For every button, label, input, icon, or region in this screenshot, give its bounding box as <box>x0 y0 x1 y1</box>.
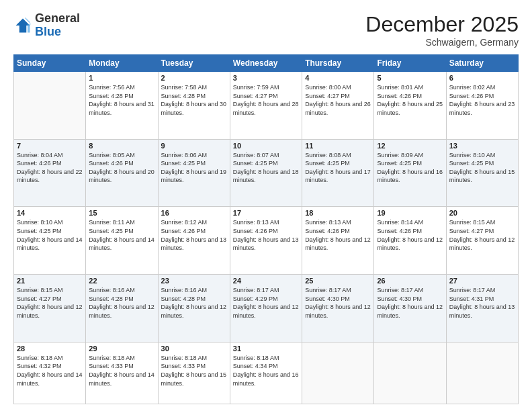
table-row: 16Sunrise: 8:12 AMSunset: 4:26 PMDayligh… <box>158 207 230 275</box>
table-row: 25Sunrise: 8:17 AMSunset: 4:30 PMDayligh… <box>302 275 374 342</box>
table-row: 15Sunrise: 8:11 AMSunset: 4:25 PMDayligh… <box>86 207 158 275</box>
day-number: 6 <box>449 74 515 82</box>
day-number: 16 <box>161 209 227 217</box>
table-row: 27Sunrise: 8:17 AMSunset: 4:31 PMDayligh… <box>446 275 518 342</box>
day-info: Sunrise: 8:17 AMSunset: 4:30 PMDaylight:… <box>305 286 371 320</box>
table-row: 5Sunrise: 8:01 AMSunset: 4:26 PMDaylight… <box>374 72 446 140</box>
day-info: Sunrise: 8:01 AMSunset: 4:26 PMDaylight:… <box>377 83 443 117</box>
day-info: Sunrise: 8:09 AMSunset: 4:25 PMDaylight:… <box>377 151 443 185</box>
table-row: 29Sunrise: 8:18 AMSunset: 4:33 PMDayligh… <box>86 342 158 404</box>
col-wednesday: Wednesday <box>230 55 302 72</box>
location: Schwaigern, Germany <box>365 37 519 48</box>
day-number: 15 <box>89 209 154 217</box>
table-row: 28Sunrise: 8:18 AMSunset: 4:32 PMDayligh… <box>14 342 86 404</box>
day-number: 19 <box>377 209 443 217</box>
day-number: 17 <box>233 209 299 217</box>
day-info: Sunrise: 8:05 AMSunset: 4:26 PMDaylight:… <box>89 151 154 185</box>
table-row: 2Sunrise: 7:58 AMSunset: 4:28 PMDaylight… <box>158 72 230 140</box>
table-row: 3Sunrise: 7:59 AMSunset: 4:27 PMDaylight… <box>230 72 302 140</box>
logo-blue: Blue <box>35 25 61 38</box>
table-row <box>446 342 518 404</box>
day-number: 28 <box>17 345 83 353</box>
day-number: 23 <box>161 277 227 285</box>
table-row: 12Sunrise: 8:09 AMSunset: 4:25 PMDayligh… <box>374 139 446 207</box>
day-number: 26 <box>377 277 443 285</box>
day-info: Sunrise: 8:04 AMSunset: 4:26 PMDaylight:… <box>17 151 83 185</box>
day-info: Sunrise: 8:18 AMSunset: 4:32 PMDaylight:… <box>17 354 83 387</box>
day-number: 14 <box>17 209 83 217</box>
day-number: 11 <box>305 142 371 150</box>
day-info: Sunrise: 8:10 AMSunset: 4:25 PMDaylight:… <box>449 151 515 185</box>
day-info: Sunrise: 8:15 AMSunset: 4:27 PMDaylight:… <box>17 286 83 320</box>
day-info: Sunrise: 8:18 AMSunset: 4:33 PMDaylight:… <box>161 354 227 387</box>
day-info: Sunrise: 8:18 AMSunset: 4:33 PMDaylight:… <box>89 354 154 387</box>
day-info: Sunrise: 8:00 AMSunset: 4:27 PMDaylight:… <box>305 83 371 117</box>
table-row: 24Sunrise: 8:17 AMSunset: 4:29 PMDayligh… <box>230 275 302 342</box>
col-friday: Friday <box>374 55 446 72</box>
table-row: 11Sunrise: 8:08 AMSunset: 4:25 PMDayligh… <box>302 139 374 207</box>
day-number: 24 <box>233 277 299 285</box>
table-row <box>14 72 86 140</box>
month-title: December 2025 <box>365 12 519 37</box>
day-info: Sunrise: 8:11 AMSunset: 4:25 PMDaylight:… <box>89 218 154 252</box>
day-number: 5 <box>377 74 443 82</box>
day-info: Sunrise: 7:59 AMSunset: 4:27 PMDaylight:… <box>233 83 299 117</box>
day-number: 4 <box>305 74 371 82</box>
table-row: 26Sunrise: 8:17 AMSunset: 4:30 PMDayligh… <box>374 275 446 342</box>
table-row: 7Sunrise: 8:04 AMSunset: 4:26 PMDaylight… <box>14 139 86 207</box>
day-info: Sunrise: 8:02 AMSunset: 4:26 PMDaylight:… <box>449 83 515 117</box>
day-info: Sunrise: 8:13 AMSunset: 4:26 PMDaylight:… <box>305 218 371 252</box>
logo-icon <box>13 16 32 35</box>
day-info: Sunrise: 8:12 AMSunset: 4:26 PMDaylight:… <box>161 218 227 252</box>
table-row: 21Sunrise: 8:15 AMSunset: 4:27 PMDayligh… <box>14 275 86 342</box>
calendar-week-row: 14Sunrise: 8:10 AMSunset: 4:25 PMDayligh… <box>14 207 519 275</box>
calendar-week-row: 28Sunrise: 8:18 AMSunset: 4:32 PMDayligh… <box>14 342 519 404</box>
table-row: 23Sunrise: 8:16 AMSunset: 4:28 PMDayligh… <box>158 275 230 342</box>
table-row: 31Sunrise: 8:18 AMSunset: 4:34 PMDayligh… <box>230 342 302 404</box>
day-info: Sunrise: 8:18 AMSunset: 4:34 PMDaylight:… <box>233 354 299 387</box>
header: General Blue December 2025 Schwaigern, G… <box>13 12 519 48</box>
day-number: 3 <box>233 74 299 82</box>
day-info: Sunrise: 8:06 AMSunset: 4:25 PMDaylight:… <box>161 151 227 185</box>
day-info: Sunrise: 8:13 AMSunset: 4:26 PMDaylight:… <box>233 218 299 252</box>
day-number: 21 <box>17 277 83 285</box>
table-row: 20Sunrise: 8:15 AMSunset: 4:27 PMDayligh… <box>446 207 518 275</box>
day-info: Sunrise: 8:16 AMSunset: 4:28 PMDaylight:… <box>89 286 154 320</box>
table-row: 8Sunrise: 8:05 AMSunset: 4:26 PMDaylight… <box>86 139 158 207</box>
day-number: 27 <box>449 277 515 285</box>
day-number: 31 <box>233 345 299 353</box>
day-number: 22 <box>89 277 154 285</box>
day-number: 30 <box>161 345 227 353</box>
table-row: 30Sunrise: 8:18 AMSunset: 4:33 PMDayligh… <box>158 342 230 404</box>
table-row: 18Sunrise: 8:13 AMSunset: 4:26 PMDayligh… <box>302 207 374 275</box>
day-number: 2 <box>161 74 227 82</box>
day-number: 12 <box>377 142 443 150</box>
col-tuesday: Tuesday <box>158 55 230 72</box>
day-info: Sunrise: 8:10 AMSunset: 4:25 PMDaylight:… <box>17 218 83 252</box>
day-number: 1 <box>89 74 154 82</box>
day-number: 25 <box>305 277 371 285</box>
table-row: 4Sunrise: 8:00 AMSunset: 4:27 PMDaylight… <box>302 72 374 140</box>
table-row: 1Sunrise: 7:56 AMSunset: 4:28 PMDaylight… <box>86 72 158 140</box>
calendar-header-row: Sunday Monday Tuesday Wednesday Thursday… <box>14 55 519 72</box>
title-block: December 2025 Schwaigern, Germany <box>365 12 519 48</box>
day-info: Sunrise: 8:08 AMSunset: 4:25 PMDaylight:… <box>305 151 371 185</box>
day-info: Sunrise: 7:58 AMSunset: 4:28 PMDaylight:… <box>161 83 227 117</box>
table-row: 10Sunrise: 8:07 AMSunset: 4:25 PMDayligh… <box>230 139 302 207</box>
day-info: Sunrise: 8:07 AMSunset: 4:25 PMDaylight:… <box>233 151 299 185</box>
logo: General Blue <box>13 12 80 39</box>
logo-text: General Blue <box>35 12 80 39</box>
table-row: 17Sunrise: 8:13 AMSunset: 4:26 PMDayligh… <box>230 207 302 275</box>
day-info: Sunrise: 8:17 AMSunset: 4:31 PMDaylight:… <box>449 286 515 320</box>
table-row <box>302 342 374 404</box>
day-number: 8 <box>89 142 154 150</box>
calendar-table: Sunday Monday Tuesday Wednesday Thursday… <box>13 54 519 404</box>
day-number: 10 <box>233 142 299 150</box>
day-number: 9 <box>161 142 227 150</box>
day-number: 13 <box>449 142 515 150</box>
table-row <box>374 342 446 404</box>
table-row: 19Sunrise: 8:14 AMSunset: 4:26 PMDayligh… <box>374 207 446 275</box>
day-info: Sunrise: 8:17 AMSunset: 4:30 PMDaylight:… <box>377 286 443 320</box>
table-row: 14Sunrise: 8:10 AMSunset: 4:25 PMDayligh… <box>14 207 86 275</box>
table-row: 9Sunrise: 8:06 AMSunset: 4:25 PMDaylight… <box>158 139 230 207</box>
